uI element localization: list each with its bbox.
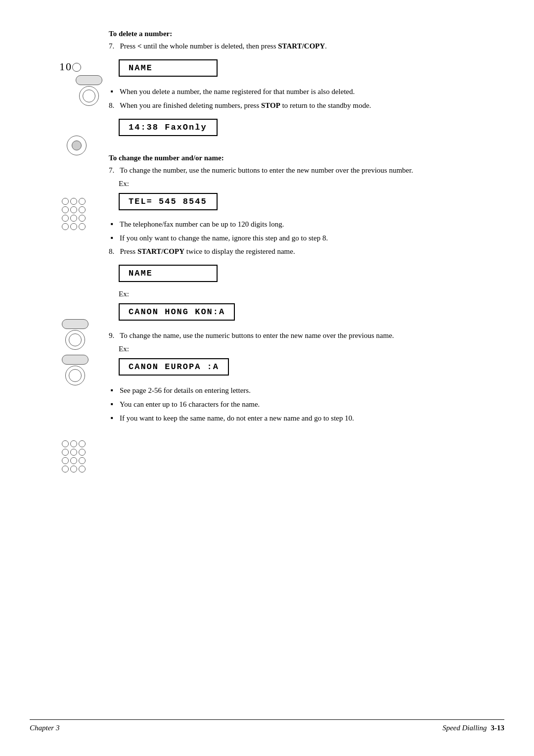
start-copy-circle [79, 86, 99, 106]
start-copy-inner-circle [83, 90, 95, 102]
stop-label-text: STOP [261, 101, 280, 109]
key-6 [79, 206, 86, 213]
k-5 [70, 449, 77, 456]
bullet-delete-1: When you delete a number, the name regis… [109, 87, 494, 97]
lcd-name-display-2: NAME [119, 261, 494, 286]
key-7 [62, 215, 69, 222]
step7c-num: 7. [109, 166, 114, 174]
heading-delete: To delete a number: [109, 30, 494, 38]
step7-delete: 7. Press < until the whole number is del… [109, 42, 494, 50]
double-start-copy-icon [62, 319, 89, 385]
k-3 [79, 440, 86, 447]
icon-area-double-startcopy [62, 319, 89, 385]
start-copy-label-2: START/COPY [137, 247, 184, 255]
lcd-display-canon-hk: CANON HONG KON:A [119, 303, 235, 321]
key-10 [62, 223, 69, 230]
footer-section: Speed Dialling [443, 724, 487, 732]
k-6 [79, 449, 86, 456]
icon-area-keypad-1 [62, 198, 86, 230]
footer-chapter: Chapter 3 [30, 724, 59, 732]
footer-right: Speed Dialling 3-13 [443, 724, 504, 732]
step8-delete: 8. When you are finished deleting number… [109, 101, 494, 110]
section-delete-number: To delete a number: 7. Press < until the… [109, 30, 494, 140]
heading-change: To change the number and/or name: [109, 154, 494, 162]
lcd-display-canon-europa: CANON EUROPA :A [119, 358, 229, 376]
lcd-display-faxonly: 14:38 FaxOnly [119, 119, 218, 136]
key-5 [70, 206, 77, 213]
k-9 [79, 457, 86, 464]
k-2 [70, 440, 77, 447]
key-3 [79, 198, 86, 205]
key-12 [79, 223, 86, 230]
circle-subscript [72, 63, 81, 72]
start-copy-icon-bottom [62, 355, 89, 385]
change-bullets-2: See page 2-56 for details on entering le… [109, 385, 494, 424]
sc-circle-1 [65, 330, 85, 350]
start-copy-icon-top [62, 319, 89, 350]
sc-inner-1 [69, 333, 82, 346]
stop-button-inner [72, 141, 82, 150]
less-than-key: < [137, 42, 142, 50]
start-copy-top-bar [76, 75, 102, 85]
lcd-display-name-1: NAME [119, 59, 218, 77]
keypad-icon-2 [62, 440, 86, 472]
ex-canon-eu-block: Ex: CANON EUROPA :A [119, 345, 494, 379]
step8-num: 8. [109, 101, 114, 109]
step7-num: 7. [109, 42, 114, 50]
bullet-change-3: See page 2-56 for details on entering le… [109, 385, 494, 396]
k-7 [62, 457, 69, 464]
key-4 [62, 206, 69, 213]
main-content: To delete a number: 7. Press < until the… [109, 30, 494, 424]
step7-change: 7. To change the number, use the numeric… [109, 166, 494, 175]
bullet-change-2: If you only want to change the name, ign… [109, 233, 494, 244]
footer-page-number: 3-13 [491, 724, 505, 732]
sc-top-1 [62, 319, 89, 329]
start-copy-label-1: START/COPY [278, 42, 325, 50]
zero-label: 0 [66, 60, 71, 73]
ex-label-1: Ex: [119, 180, 494, 188]
icon-area-keypad-2 [62, 440, 86, 472]
sc-inner-2 [69, 369, 82, 382]
k-11 [70, 466, 77, 472]
lcd-name-display-1: NAME [119, 55, 494, 81]
step-number-label: 1 [59, 60, 65, 73]
k-1 [62, 440, 69, 447]
step9-change: 9. To change the name, use the numeric b… [109, 331, 494, 340]
lcd-display-tel: TEL= 545 8545 [119, 193, 218, 210]
k-8 [70, 457, 77, 464]
stop-button-icon [67, 136, 87, 155]
ex-canon-hk-block: Ex: CANON HONG KON:A [119, 290, 494, 325]
bullet-change-5: If you want to keep the same name, do no… [109, 413, 494, 424]
delete-bullets: When you delete a number, the name regis… [109, 87, 494, 97]
bullet-change-1: The telephone/fax number can be up to 12… [109, 219, 494, 230]
sc-top-2 [62, 355, 89, 365]
ex-label-3: Ex: [119, 345, 494, 353]
keypad-icon-1 [62, 198, 86, 230]
key-9 [79, 215, 86, 222]
page-footer: Chapter 3 Speed Dialling 3-13 [30, 719, 504, 732]
key-2 [70, 198, 77, 205]
section-change-number: To change the number and/or name: 7. To … [109, 154, 494, 424]
lcd-faxonly-display: 14:38 FaxOnly [119, 115, 494, 140]
page: 1 0 [0, 0, 534, 756]
key-1 [62, 198, 69, 205]
lcd-display-name-2: NAME [119, 265, 218, 282]
ex-tel-block: Ex: TEL= 545 8545 [119, 180, 494, 214]
change-bullets-1: The telephone/fax number can be up to 12… [109, 219, 494, 244]
key-11 [70, 223, 77, 230]
bullet-change-4: You can enter up to 16 characters for th… [109, 399, 494, 410]
step8c-num: 8. [109, 247, 114, 255]
step9c-num: 9. [109, 331, 114, 339]
step8-change: 8. Press START/COPY twice to display the… [109, 247, 494, 256]
ex-label-2: Ex: [119, 290, 494, 298]
icon-area-stop [67, 136, 87, 155]
key-8 [70, 215, 77, 222]
sc-circle-2 [65, 366, 85, 385]
k-12 [79, 466, 86, 472]
k-4 [62, 449, 69, 456]
k-10 [62, 466, 69, 472]
